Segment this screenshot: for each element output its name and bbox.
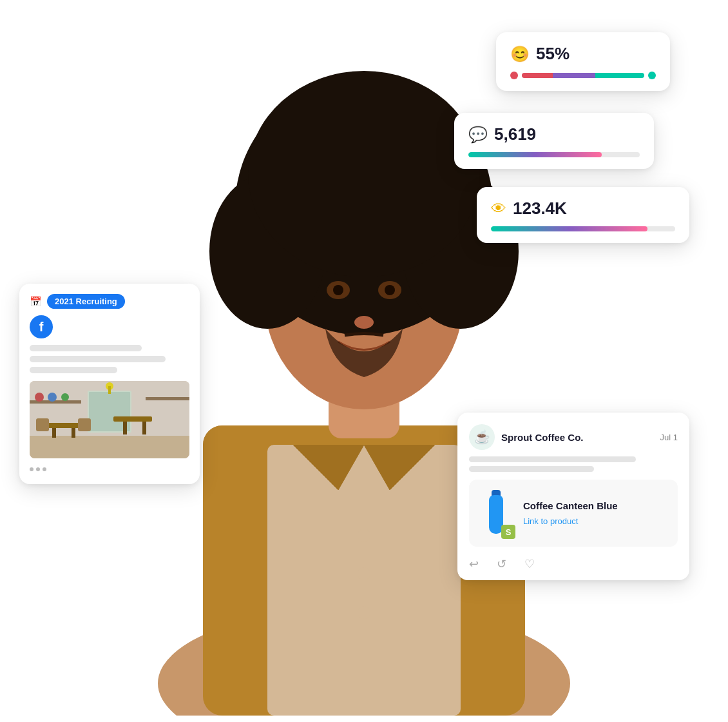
svg-point-17 — [358, 606, 370, 619]
comments-bar-track — [468, 152, 640, 157]
coffee-date: Jul 1 — [660, 433, 678, 442]
shopify-s-icon: S — [506, 527, 512, 537]
views-bar-fill — [491, 226, 647, 231]
coffee-actions: ↩ ↺ ♡ — [469, 556, 678, 571]
coffee-text-lines — [469, 456, 678, 472]
svg-rect-25 — [52, 428, 56, 438]
svg-point-14 — [354, 316, 374, 329]
svg-rect-26 — [72, 428, 75, 438]
sentiment-dot-red — [510, 72, 518, 79]
sentiment-card: 😊 55% — [496, 32, 670, 91]
coffee-header: ☕ Sprout Coffee Co. Jul 1 — [469, 424, 678, 450]
sentiment-bar — [510, 72, 656, 79]
coffee-product-info: Coffee Canteen Blue Link to product — [523, 500, 670, 527]
facebook-f-letter: f — [39, 320, 44, 335]
svg-rect-32 — [146, 397, 189, 400]
views-card: 👁 123.4K — [477, 187, 689, 243]
svg-rect-28 — [142, 422, 146, 434]
coffee-avatar: ☕ — [469, 424, 495, 450]
coffee-product-link[interactable]: Link to product — [523, 516, 578, 526]
fb-tag-label: 2021 Recruiting — [55, 297, 117, 306]
sentiment-dot-teal — [648, 72, 656, 79]
cafe-scene-svg — [30, 381, 189, 458]
retweet-icon[interactable]: ↺ — [497, 557, 506, 571]
svg-point-12 — [333, 285, 343, 295]
coffee-line-1 — [469, 456, 636, 462]
shopify-badge: S — [501, 525, 515, 539]
sentiment-value: 55% — [536, 44, 570, 64]
reply-icon[interactable]: ↩ — [469, 557, 479, 571]
chat-icon: 💬 — [468, 126, 488, 144]
svg-point-9 — [248, 71, 480, 277]
coffee-cup-icon: ☕ — [474, 429, 490, 445]
fb-dots — [30, 465, 189, 474]
fb-line-1 — [30, 345, 142, 351]
comments-card: 💬 5,619 — [454, 113, 654, 169]
views-value: 123.4K — [513, 199, 567, 219]
fb-line-3 — [30, 367, 117, 373]
sentiment-track — [522, 73, 644, 78]
fb-text-lines — [30, 345, 189, 373]
svg-point-15 — [358, 529, 370, 542]
svg-rect-37 — [108, 386, 111, 394]
svg-rect-27 — [123, 422, 127, 434]
svg-point-33 — [35, 393, 44, 402]
sentiment-emoji: 😊 — [510, 45, 530, 63]
like-icon[interactable]: ♡ — [524, 557, 535, 571]
comments-bar-fill — [468, 152, 602, 157]
coffee-product-card: S Coffee Canteen Blue Link to product — [469, 480, 678, 547]
facebook-logo: f — [30, 315, 53, 338]
fb-dot-1 — [30, 467, 34, 471]
coffee-product-image: S — [477, 487, 515, 539]
comments-value: 5,619 — [494, 124, 536, 144]
fb-line-2 — [30, 356, 166, 362]
coffee-account-name: Sprout Coffee Co. — [501, 432, 654, 443]
fb-post-image — [30, 381, 189, 458]
svg-point-16 — [358, 567, 370, 580]
eye-icon: 👁 — [491, 200, 506, 218]
fb-dot-3 — [43, 467, 46, 471]
facebook-post-card: 📅 2021 Recruiting f — [19, 284, 200, 484]
calendar-icon: 📅 — [30, 296, 42, 307]
svg-point-35 — [61, 393, 69, 401]
views-bar-track — [491, 226, 675, 231]
svg-rect-24 — [113, 416, 152, 422]
svg-point-13 — [385, 285, 395, 295]
svg-rect-30 — [78, 418, 91, 431]
svg-rect-29 — [36, 418, 49, 431]
fb-dot-2 — [36, 467, 40, 471]
fb-tag: 2021 Recruiting — [47, 294, 125, 309]
coffee-line-2 — [469, 466, 594, 472]
coffee-card: ☕ Sprout Coffee Co. Jul 1 S Coffee Cante… — [457, 413, 689, 580]
coffee-product-name: Coffee Canteen Blue — [523, 500, 670, 512]
svg-point-34 — [48, 393, 57, 402]
